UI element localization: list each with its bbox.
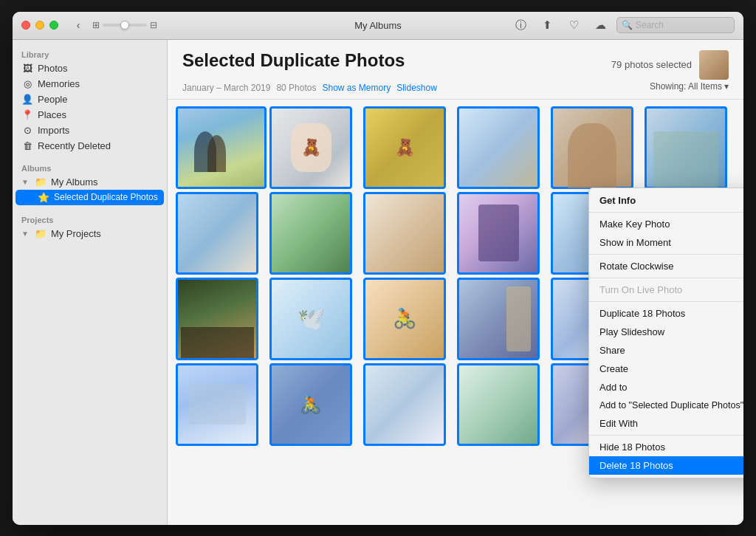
sidebar-item-label: People [38, 94, 67, 105]
sidebar-item-label: Recently Deleted [38, 140, 111, 151]
sidebar-item-selected-duplicate-photos[interactable]: ⭐ Selected Duplicate Photos [16, 190, 164, 205]
sidebar-item-label: Memories [38, 78, 80, 89]
photo-cell[interactable] [270, 193, 351, 274]
back-button[interactable]: ‹ [70, 17, 86, 33]
avatar-thumbnail: img [699, 50, 729, 80]
slider-thumb [120, 21, 129, 30]
sidebar-item-label: My Projects [51, 228, 101, 239]
photo-cell[interactable] [458, 278, 539, 360]
context-menu-turn-on-live-photo: Turn On Live Photo [589, 281, 743, 299]
context-menu-add-to[interactable]: Add to ▶ [589, 378, 743, 396]
context-menu-share[interactable]: Share ▶ [589, 341, 743, 360]
info-button[interactable]: ⓘ [510, 17, 531, 33]
app-window: ‹ ⊞ ⊟ My Albums ⓘ ⬆ ♡ ☁ 🔍 Search Library [13, 12, 743, 525]
traffic-lights [21, 21, 58, 30]
context-menu-edit-with[interactable]: Edit With ▶ [589, 414, 743, 433]
photo-cell[interactable] [645, 107, 726, 188]
maximize-button[interactable] [49, 21, 58, 30]
photo-cell[interactable] [176, 107, 266, 188]
context-menu-make-key-photo[interactable]: Make Key Photo [589, 215, 743, 233]
context-menu-create[interactable]: Create ▶ [589, 360, 743, 378]
icloud-button[interactable]: ☁ [590, 17, 611, 33]
album-title: Selected Duplicate Photos [182, 50, 405, 71]
context-menu-share-label: Share [599, 345, 625, 356]
context-menu-show-in-moment[interactable]: Show in Moment [589, 233, 743, 252]
sidebar-item-my-albums[interactable]: ▼ 📁 My Albums [13, 174, 167, 190]
sidebar-item-label: Imports [38, 125, 69, 136]
sidebar-item-label: My Albums [51, 176, 98, 188]
date-range: January – March 2019 [182, 83, 270, 93]
photo-cell[interactable]: 🧸 [364, 107, 445, 188]
show-as-memory-link[interactable]: Show as Memory [322, 83, 391, 93]
search-icon: 🔍 [622, 20, 633, 30]
photo-cell[interactable]: 🧸 [270, 107, 351, 188]
sidebar-item-people[interactable]: 👤 People [13, 92, 167, 107]
search-box[interactable]: 🔍 Search [616, 17, 735, 33]
close-button[interactable] [21, 21, 30, 30]
body-area: Library 🖼 Photos ◎ Memories 👤 People 📍 P… [13, 40, 743, 525]
photo-cell[interactable] [176, 278, 258, 360]
titlebar: ‹ ⊞ ⊟ My Albums ⓘ ⬆ ♡ ☁ 🔍 Search [13, 12, 743, 40]
photo-cell[interactable] [458, 193, 539, 274]
context-menu-add-to-album[interactable]: Add to "Selected Duplicate Photos" [589, 396, 743, 414]
photo-cell[interactable]: 🚴 [364, 278, 445, 360]
context-menu-separator-3 [589, 278, 743, 278]
sidebar-item-my-projects[interactable]: ▼ 📁 My Projects [13, 226, 167, 241]
zoom-slider-area: ⊞ ⊟ [92, 20, 157, 30]
main-content: Selected Duplicate Photos 79 photos sele… [168, 40, 743, 525]
my-projects-icon: 📁 [35, 228, 47, 239]
photo-cell[interactable] [364, 193, 445, 274]
grid-large-icon: ⊟ [150, 20, 157, 30]
sidebar: Library 🖼 Photos ◎ Memories 👤 People 📍 P… [13, 40, 168, 525]
sidebar-item-photos[interactable]: 🖼 Photos [13, 61, 167, 76]
my-albums-icon: 📁 [35, 176, 47, 188]
grid-small-icon: ⊞ [92, 20, 100, 30]
navigation-buttons: ‹ [70, 17, 86, 33]
context-menu-play-slideshow[interactable]: Play Slideshow [589, 323, 743, 341]
photo-cell[interactable]: 🚴 [270, 364, 351, 445]
search-placeholder: Search [636, 20, 664, 30]
context-menu-rotate-clockwise[interactable]: Rotate Clockwise [589, 257, 743, 275]
sidebar-item-recently-deleted[interactable]: 🗑 Recently Deleted [13, 138, 167, 154]
zoom-slider[interactable] [103, 24, 147, 27]
share-button[interactable]: ⬆ [537, 17, 557, 33]
context-menu-hide-photos[interactable]: Hide 18 Photos [589, 438, 743, 456]
photo-cell[interactable] [458, 364, 539, 445]
showing-arrow: ▾ [724, 81, 729, 92]
photos-icon: 🖼 [21, 63, 33, 74]
favorite-button[interactable]: ♡ [563, 17, 584, 33]
showing-text: Showing: All Items [650, 81, 722, 92]
context-menu-add-to-label: Add to [599, 382, 628, 393]
slideshow-link[interactable]: Slideshow [396, 83, 437, 93]
selected-dup-icon: ⭐ [38, 192, 49, 203]
header-right: 79 photos selected img [611, 50, 729, 80]
context-menu-duplicate-photos[interactable]: Duplicate 18 Photos [589, 304, 743, 323]
sidebar-item-places[interactable]: 📍 Places [13, 107, 167, 123]
photo-cell[interactable] [458, 107, 539, 188]
photo-cell[interactable] [364, 364, 445, 445]
photo-cell[interactable] [176, 364, 258, 445]
main-header: Selected Duplicate Photos 79 photos sele… [168, 40, 743, 100]
photo-count: 80 Photos [276, 83, 316, 93]
window-title: My Albums [354, 20, 402, 31]
library-section-label: Library [13, 46, 167, 61]
context-menu-get-info[interactable]: Get Info [589, 191, 743, 210]
sidebar-item-label: Selected Duplicate Photos [54, 192, 158, 202]
context-menu-delete-photos[interactable]: Delete 18 Photos [589, 456, 743, 475]
photo-cell[interactable]: 🕊️ [270, 278, 351, 360]
albums-section-label: Albums [13, 159, 167, 174]
sidebar-item-label: Places [38, 109, 66, 120]
minimize-button[interactable] [35, 21, 44, 30]
photos-selected-count: 79 photos selected [611, 59, 692, 70]
photo-cell[interactable] [176, 193, 258, 274]
main-header-sub: January – March 2019 80 Photos Show as M… [182, 83, 437, 93]
sidebar-item-imports[interactable]: ⊙ Imports [13, 123, 167, 138]
sidebar-item-memories[interactable]: ◎ Memories [13, 76, 167, 92]
main-header-row2: January – March 2019 80 Photos Show as M… [182, 80, 729, 93]
photo-cell[interactable] [551, 107, 633, 188]
context-menu-separator-5 [589, 435, 743, 436]
my-projects-arrow: ▼ [21, 230, 29, 238]
my-albums-arrow: ▼ [21, 178, 29, 186]
titlebar-tools: ⓘ ⬆ ♡ ☁ 🔍 Search [510, 17, 735, 33]
context-menu-separator-2 [589, 254, 743, 255]
